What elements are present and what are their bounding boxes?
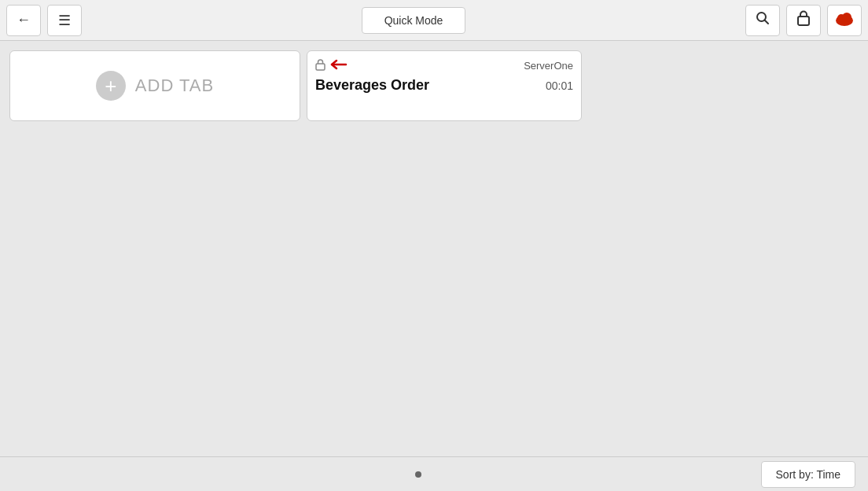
quick-mode-button[interactable]: Quick Mode — [362, 7, 466, 34]
lock-icon — [796, 10, 811, 30]
order-arrow-icon — [330, 57, 348, 74]
main-content: + ADD TAB ServerOne — [0, 41, 868, 456]
svg-point-5 — [842, 13, 851, 22]
server-name: ServerOne — [524, 60, 573, 72]
back-icon: ← — [17, 12, 31, 28]
order-name: Beverages Order — [315, 77, 429, 94]
menu-button[interactable]: ☰ — [47, 5, 82, 36]
cloud-button[interactable] — [827, 5, 862, 36]
top-bar-center: Quick Mode — [88, 7, 739, 34]
add-tab-card[interactable]: + ADD TAB — [9, 50, 300, 121]
add-tab-label: ADD TAB — [135, 76, 214, 96]
order-card-top-left — [315, 57, 348, 74]
svg-rect-2 — [798, 17, 809, 25]
pagination-dot — [415, 471, 421, 478]
order-card-top: ServerOne — [315, 57, 573, 74]
search-icon — [756, 11, 770, 29]
lock-button[interactable] — [786, 5, 821, 36]
top-bar-left: ← ☰ — [6, 5, 82, 36]
back-button[interactable]: ← — [6, 5, 41, 36]
bottom-bar: Sort by: Time — [0, 456, 868, 491]
svg-line-1 — [765, 20, 769, 24]
order-lock-icon — [315, 59, 326, 73]
order-card-bottom: Beverages Order 00:01 — [315, 77, 573, 94]
quick-mode-label: Quick Mode — [384, 14, 443, 27]
order-time: 00:01 — [546, 79, 573, 92]
menu-icon: ☰ — [58, 12, 71, 29]
order-card[interactable]: ServerOne Beverages Order 00:01 — [307, 50, 582, 121]
sort-button[interactable]: Sort by: Time — [761, 461, 855, 488]
add-tab-plus-icon: + — [96, 71, 126, 101]
bottom-center — [75, 471, 761, 478]
sort-label: Sort by: Time — [776, 468, 840, 481]
cloud-icon — [833, 9, 855, 31]
top-bar: ← ☰ Quick Mode — [0, 0, 868, 41]
svg-rect-6 — [316, 64, 325, 70]
search-button[interactable] — [745, 5, 780, 36]
top-bar-right — [745, 5, 862, 36]
